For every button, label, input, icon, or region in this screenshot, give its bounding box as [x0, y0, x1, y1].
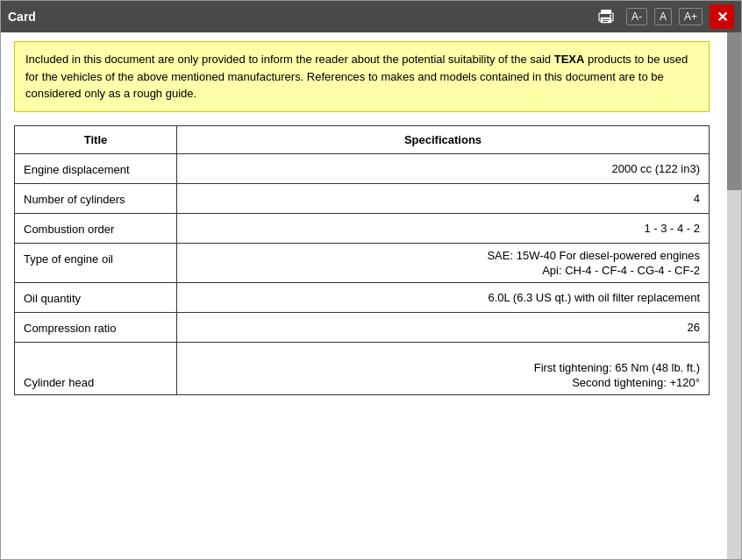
table-row: Cylinder head First tightening: 65 Nm (4… [15, 342, 710, 394]
row-title: Type of engine oil [15, 243, 177, 282]
scrollbar-thumb[interactable] [727, 32, 741, 190]
table-row: Combustion order 1 - 3 - 4 - 2 [15, 213, 710, 243]
print-button[interactable] [593, 7, 619, 26]
col-title-header: Title [15, 125, 177, 153]
titlebar: Card A- A A+ ✕ [1, 1, 741, 32]
table-row: Oil quantity 6.0L (6.3 US qt.) with oil … [15, 282, 710, 312]
row-title: Compression ratio [15, 312, 177, 342]
warning-box: Included in this document are only provi… [14, 41, 710, 112]
brand-name: TEXA [554, 53, 585, 66]
svg-rect-5 [610, 15, 611, 17]
row-title: Cylinder head [15, 342, 177, 394]
content-area: Included in this document are only provi… [1, 32, 727, 559]
row-value: 2000 cc (122 in3) [177, 153, 710, 183]
table-row: Engine displacement 2000 cc (122 in3) [15, 153, 710, 183]
font-normal-button[interactable]: A [654, 8, 672, 25]
row-value: 26 [177, 312, 710, 342]
row-value: 4 [177, 183, 710, 213]
font-decrease-button[interactable]: A- [626, 8, 647, 25]
row-value: First tightening: 65 Nm (48 lb. ft.) Sec… [177, 342, 710, 394]
svg-rect-3 [603, 19, 610, 20]
table-row: Number of cylinders 4 [15, 183, 710, 213]
oil-type-line1: SAE: 15W-40 For diesel-powered engines [487, 249, 700, 262]
oil-type-line2: Api: CH-4 - CF-4 - CG-4 - CF-2 [542, 264, 700, 277]
row-title: Combustion order [15, 213, 177, 243]
row-title: Number of cylinders [15, 183, 177, 213]
row-value: SAE: 15W-40 For diesel-powered engines A… [177, 243, 710, 282]
table-header-row: Title Specifications [15, 125, 710, 153]
row-title: Oil quantity [15, 282, 177, 312]
col-specs-header: Specifications [177, 125, 710, 153]
table-row: Compression ratio 26 [15, 312, 710, 342]
window-title: Card [8, 10, 36, 24]
svg-rect-4 [603, 21, 608, 22]
row-title: Engine displacement [15, 153, 177, 183]
titlebar-controls: A- A A+ ✕ [593, 4, 734, 29]
scrollbar-track[interactable] [727, 32, 741, 559]
cylinder-head-line1: First tightening: 65 Nm (48 lb. ft.) [534, 361, 700, 374]
font-increase-button[interactable]: A+ [679, 8, 703, 25]
row-value: 6.0L (6.3 US qt.) with oil filter replac… [177, 282, 710, 312]
main-window: Card A- A A+ ✕ Included in thi [0, 0, 742, 560]
row-value: 1 - 3 - 4 - 2 [177, 213, 710, 243]
table-row: Type of engine oil SAE: 15W-40 For diese… [15, 243, 710, 282]
cylinder-head-line2: Second tightening: +120° [572, 376, 700, 389]
warning-text: Included in this document are only provi… [25, 53, 688, 100]
specs-table: Title Specifications Engine displacement… [14, 125, 710, 395]
close-button[interactable]: ✕ [710, 4, 734, 29]
